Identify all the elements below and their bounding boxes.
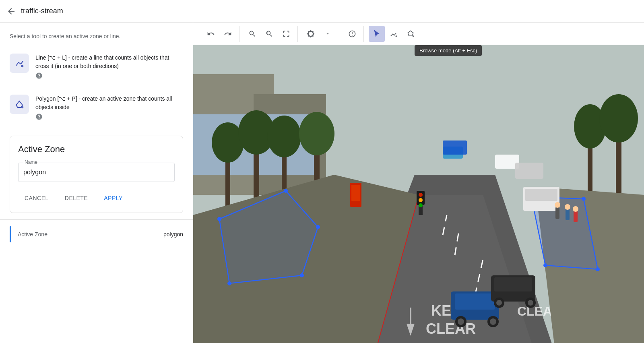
- zone-list-item[interactable]: Active Zone polygon: [0, 219, 193, 249]
- street-view: KEEP CLEAR CLEAR: [193, 45, 644, 343]
- svg-point-43: [217, 217, 221, 221]
- svg-point-51: [596, 267, 600, 271]
- svg-rect-74: [574, 211, 578, 222]
- svg-rect-55: [515, 163, 543, 179]
- svg-point-80: [419, 203, 423, 207]
- line-help-icon[interactable]: [35, 72, 43, 79]
- brightness-group: [299, 26, 339, 42]
- polygon-tool-title: Polygon [⌥ + P]: [35, 95, 77, 102]
- svg-point-26: [299, 112, 334, 155]
- svg-point-78: [419, 193, 423, 197]
- brightness-button[interactable]: [303, 26, 319, 42]
- svg-rect-57: [525, 189, 557, 201]
- line-tool-item: Line [⌥ + L] - create a line that counts…: [0, 47, 193, 88]
- svg-point-75: [573, 206, 578, 212]
- svg-point-61: [458, 318, 464, 325]
- svg-point-44: [284, 189, 288, 193]
- zoom-group: [241, 26, 298, 42]
- svg-marker-11: [408, 31, 413, 36]
- polygon-draw-button[interactable]: [402, 26, 419, 42]
- svg-text:CLEAR: CLEAR: [426, 320, 476, 337]
- browse-tooltip: Browse mode (Alt + Esc): [415, 45, 482, 56]
- polygon-help-icon[interactable]: [35, 113, 43, 120]
- svg-rect-72: [566, 209, 570, 220]
- magnet-group: [341, 26, 364, 42]
- delete-button[interactable]: DELETE: [58, 192, 94, 205]
- undo-redo-group: [200, 26, 239, 42]
- image-canvas[interactable]: KEEP CLEAR CLEAR: [193, 45, 644, 343]
- polygon-tool-text: Polygon [⌥ + P] - create an active zone …: [35, 95, 183, 123]
- svg-rect-85: [410, 308, 411, 324]
- back-button[interactable]: [6, 6, 16, 16]
- svg-point-50: [582, 197, 586, 201]
- svg-point-67: [496, 300, 502, 306]
- svg-point-30: [599, 94, 638, 143]
- brightness-dropdown-button[interactable]: [320, 26, 336, 42]
- sidebar-intro-text: Select a tool to create an active zone o…: [0, 23, 193, 47]
- polygon-tool-item: Polygon [⌥ + P] - create an active zone …: [0, 88, 193, 129]
- line-tool-text: Line [⌥ + L] - create a line that counts…: [35, 54, 183, 82]
- zoom-out-button[interactable]: [244, 26, 260, 42]
- svg-point-45: [316, 225, 320, 229]
- active-zone-title: Active Zone: [18, 144, 175, 155]
- polygon-tool-button[interactable]: [10, 95, 29, 114]
- svg-point-69: [528, 300, 533, 306]
- svg-rect-82: [351, 185, 360, 201]
- undo-button[interactable]: [203, 26, 219, 42]
- app-header: traffic-stream: [0, 0, 644, 23]
- svg-rect-59: [455, 293, 495, 310]
- zone-list-indicator: [10, 226, 11, 242]
- svg-point-79: [419, 198, 423, 202]
- canvas-area: Browse mode (Alt + Esc): [193, 23, 644, 343]
- line-tool-button[interactable]: [10, 54, 29, 73]
- svg-point-25: [267, 116, 301, 157]
- zone-list-type: Active Zone: [18, 231, 47, 238]
- svg-point-71: [555, 202, 560, 208]
- svg-point-63: [490, 318, 496, 325]
- sidebar: Select a tool to create an active zone o…: [0, 23, 193, 343]
- svg-point-46: [300, 273, 304, 277]
- svg-rect-70: [555, 207, 559, 219]
- svg-point-0: [22, 61, 23, 62]
- name-input[interactable]: [18, 163, 175, 182]
- redo-button[interactable]: [220, 26, 236, 42]
- svg-rect-65: [494, 277, 532, 291]
- zoom-in-button[interactable]: [261, 26, 277, 42]
- polyline-button[interactable]: [386, 26, 402, 42]
- main-layout: Select a tool to create an active zone o…: [0, 23, 644, 343]
- action-buttons: CANCEL DELETE APPLY: [18, 192, 175, 205]
- line-tool-title: Line [⌥ + L]: [35, 54, 67, 61]
- browse-button[interactable]: [369, 26, 385, 42]
- name-field-wrapper: Name: [18, 163, 175, 182]
- toolbar: Browse mode (Alt + Esc): [193, 23, 644, 45]
- apply-button[interactable]: APPLY: [97, 192, 129, 205]
- name-label: Name: [23, 159, 39, 165]
- mode-group: [365, 26, 422, 42]
- fit-button[interactable]: [278, 26, 294, 42]
- svg-point-73: [565, 204, 570, 210]
- page-title: traffic-stream: [21, 7, 63, 15]
- svg-point-52: [543, 263, 547, 267]
- svg-point-47: [227, 281, 231, 285]
- magnet-button[interactable]: [344, 26, 360, 42]
- svg-rect-83: [443, 141, 467, 155]
- active-zone-panel: Active Zone Name CANCEL DELETE APPLY: [10, 136, 183, 213]
- zone-list-value: polygon: [163, 231, 183, 238]
- cancel-button[interactable]: CANCEL: [18, 192, 55, 205]
